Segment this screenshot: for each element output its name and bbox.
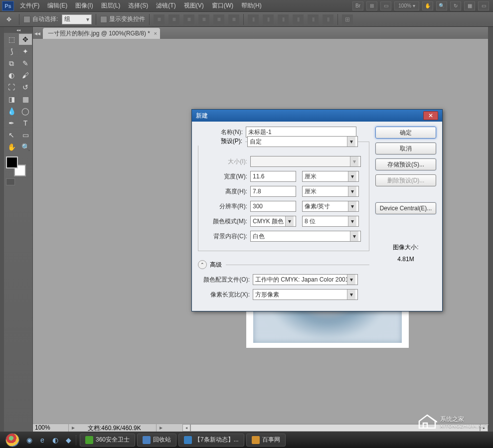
taskbar-button-2[interactable]: 【7条新动态】... — [178, 434, 244, 447]
height-unit-select[interactable]: 厘米 — [302, 186, 359, 197]
marquee-tool[interactable]: ⬚ — [5, 34, 18, 45]
taskbar-button-3[interactable]: 百事网 — [246, 434, 286, 447]
tab-scroll-left[interactable]: ◂◂ — [33, 28, 42, 39]
zoom-tool[interactable]: 🔍 — [19, 142, 32, 152]
quicklaunch-3[interactable]: ◐ — [50, 435, 61, 446]
preset-select[interactable]: 自定 — [247, 136, 358, 147]
document-tab[interactable]: 一寸照片的制作.jpg @ 100%(RGB/8) * × — [43, 28, 160, 39]
eraser-tool[interactable]: ◨ — [5, 94, 18, 105]
quicklaunch-4[interactable]: ◆ — [63, 435, 74, 446]
eyedropper-tool[interactable]: ✎ — [19, 58, 32, 69]
crop-tool[interactable]: ⧉ — [5, 58, 18, 69]
distribute-icon-1[interactable]: ⫴ — [248, 14, 259, 24]
history-brush-tool[interactable]: ↺ — [19, 82, 32, 93]
align-icon-6[interactable]: ≡ — [228, 14, 239, 24]
height-input[interactable] — [250, 186, 296, 197]
background-select[interactable]: 白色 — [250, 231, 361, 242]
width-input[interactable] — [250, 171, 296, 182]
menu-view[interactable]: 视图(V) — [180, 1, 208, 10]
align-icon-5[interactable]: ≡ — [213, 14, 224, 24]
bit-depth-select[interactable]: 8 位 — [302, 216, 359, 227]
shape-tool[interactable]: ▭ — [19, 130, 32, 141]
taskbar-button-1[interactable]: 回收站 — [137, 434, 176, 447]
auto-align-icon[interactable]: ⊞ — [342, 14, 353, 24]
hand-icon[interactable]: ✋ — [422, 1, 433, 10]
blur-tool[interactable]: 💧 — [5, 106, 18, 117]
pixel-aspect-select[interactable]: 方形像素 — [253, 289, 358, 300]
resolution-unit-select[interactable]: 像素/英寸 — [302, 201, 359, 212]
auto-select-combo[interactable]: 组 — [62, 14, 92, 24]
foreground-color[interactable] — [6, 156, 18, 168]
path-tool[interactable]: ↖ — [5, 130, 18, 141]
menu-file[interactable]: 文件(F) — [16, 1, 43, 10]
arrange-icon[interactable]: ▦ — [464, 1, 475, 10]
wand-tool[interactable]: ✦ — [19, 46, 32, 57]
resolution-input[interactable] — [250, 201, 296, 212]
dialog-close-button[interactable]: ✕ — [423, 111, 438, 120]
bridge-button[interactable]: Br — [352, 1, 363, 10]
quickmask-toggle[interactable] — [6, 178, 15, 185]
save-preset-button[interactable]: 存储预设(S)... — [375, 158, 436, 170]
device-central-button[interactable]: Device Central(E)... — [375, 202, 436, 214]
panels-collapse[interactable] — [488, 27, 493, 432]
toolbox-collapse[interactable]: ◂◂ — [4, 27, 32, 33]
rotate-icon[interactable]: ↻ — [450, 1, 461, 10]
lasso-tool[interactable]: ⟆ — [5, 46, 18, 57]
image-size-label: 图像大小: — [375, 243, 436, 252]
advanced-toggle[interactable]: ⌃ — [198, 260, 207, 269]
zoom-level-display[interactable]: 100% ▾ — [394, 1, 419, 10]
show-transform-checkbox[interactable]: 显示变换控件 — [100, 15, 145, 23]
dodge-tool[interactable]: ◯ — [19, 106, 32, 117]
status-zoom-arrow[interactable]: ▸ — [69, 424, 78, 432]
auto-select-checkbox[interactable]: 自动选择: — [23, 15, 58, 23]
pen-tool[interactable]: ✒ — [5, 118, 18, 129]
gradient-tool[interactable]: ▦ — [19, 94, 32, 105]
status-doc-size: 文档:460.9K/460.9K — [78, 424, 157, 432]
heal-tool[interactable]: ◐ — [5, 70, 18, 81]
brush-tool[interactable]: 🖌 — [19, 70, 32, 81]
start-button[interactable] — [3, 433, 22, 448]
extras-button[interactable]: ⊞ — [366, 1, 377, 10]
menu-select[interactable]: 选择(S) — [124, 1, 152, 10]
cancel-button[interactable]: 取消 — [375, 143, 436, 154]
screen-mode-button[interactable]: ▭ — [380, 1, 391, 10]
color-swatches[interactable] — [6, 156, 26, 176]
dialog-title-text: 新建 — [196, 112, 208, 120]
width-unit-select[interactable]: 厘米 — [302, 171, 359, 182]
menu-filter[interactable]: 滤镜(T) — [152, 1, 179, 10]
hand-tool[interactable]: ✋ — [5, 142, 18, 152]
quicklaunch-ie[interactable]: e — [37, 435, 48, 446]
tab-close-icon[interactable]: × — [154, 30, 157, 36]
distribute-icon-3[interactable]: ⫴ — [278, 14, 289, 24]
distribute-icon-4[interactable]: ⫴ — [293, 14, 304, 24]
move-tool[interactable]: ✥ — [19, 34, 32, 45]
color-mode-label: 颜色模式(M): — [202, 217, 250, 226]
status-doc-arrow[interactable]: ▸ — [157, 424, 165, 432]
taskbar-button-0[interactable]: 360安全卫士 — [80, 434, 135, 447]
align-icon-4[interactable]: ≡ — [198, 14, 209, 24]
type-tool[interactable]: T — [19, 118, 32, 129]
quicklaunch-1[interactable]: ◉ — [24, 435, 35, 446]
menu-edit[interactable]: 编辑(E) — [43, 1, 71, 10]
menu-help[interactable]: 帮助(H) — [237, 1, 266, 10]
align-icon-3[interactable]: ≡ — [183, 14, 194, 24]
menu-window[interactable]: 窗口(W) — [208, 1, 237, 10]
name-label: 名称(N): — [198, 128, 246, 137]
workspace-icon[interactable]: ▭ — [478, 1, 489, 10]
color-profile-select[interactable]: 工作中的 CMYK: Japan Color 2001... — [253, 274, 358, 285]
zoom-icon[interactable]: 🔍 — [436, 1, 447, 10]
align-icon[interactable]: ≡ — [154, 14, 164, 24]
menu-layer[interactable]: 图层(L) — [97, 1, 125, 10]
image-size-value: 4.81M — [375, 256, 436, 263]
distribute-icon-2[interactable]: ⫴ — [263, 14, 274, 24]
distribute-icon-5[interactable]: ⫴ — [308, 14, 319, 24]
menu-image[interactable]: 图像(I) — [71, 1, 97, 10]
align-icon-2[interactable]: ≡ — [168, 14, 179, 24]
dialog-titlebar[interactable]: 新建 ✕ — [192, 110, 442, 122]
hscroll-left[interactable]: ◂ — [182, 424, 190, 432]
distribute-icon-6[interactable]: ⫴ — [323, 14, 333, 24]
status-zoom[interactable]: 100% — [33, 424, 69, 432]
stamp-tool[interactable]: ⛶ — [5, 82, 18, 93]
color-mode-select[interactable]: CMYK 颜色 — [250, 216, 296, 227]
ok-button[interactable]: 确定 — [375, 127, 436, 139]
